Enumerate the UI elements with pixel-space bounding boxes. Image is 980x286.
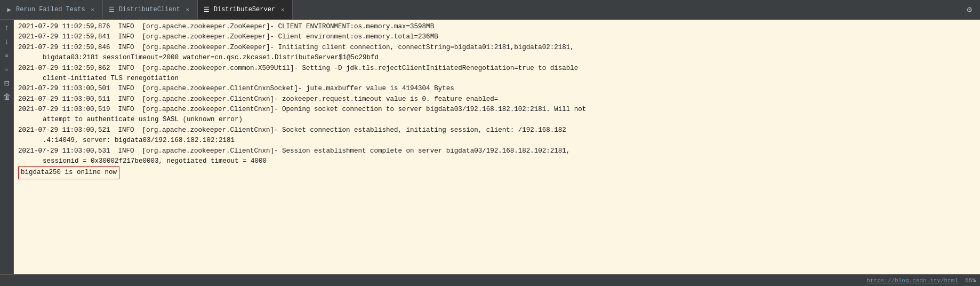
tab-rerun-failed-tests[interactable]: ▶ Rerun Failed Tests ✕ [0,0,103,19]
wrap-button[interactable]: ≡ [1,63,13,75]
log-line: 2021-07-29 11:02:59,841 INFO [org.apache… [18,32,976,42]
tab-rerun-icon: ▶ [5,6,13,13]
log-line: bigdata03:2181 sessionTimeout=2000 watch… [18,53,976,63]
log-line: 2021-07-29 11:03:00,519 INFO [org.apache… [18,105,976,115]
status-extra: 55% [965,277,976,284]
status-bar: https://blog.csdn.ity/html 55% [0,274,980,286]
log-line: 2021-07-29 11:02:59,876 INFO [org.apache… [18,22,976,32]
log-area[interactable]: 2021-07-29 11:02:59,876 INFO [org.apache… [14,20,980,274]
log-line: sessionid = 0x30002f217be0003, negotiate… [18,156,976,166]
scroll-up-button[interactable]: ↑ [1,22,13,34]
sidebar: ↑ ↓ ≡ ≡ ⊟ 🗑 [0,20,14,274]
tab-server-icon: ☰ [203,6,211,13]
print-button[interactable]: ⊟ [1,77,13,89]
tab-distribute-server[interactable]: ☰ DistributeServer ✕ [198,0,293,19]
scroll-down-button[interactable]: ↓ [1,36,13,47]
log-line: 2021-07-29 11:02:59,846 INFO [org.apache… [18,43,976,53]
settings-icon[interactable]: ⚙ [961,1,978,18]
log-line: bigdata250 is online now [18,166,976,179]
main-area: ↑ ↓ ≡ ≡ ⊟ 🗑 2021-07-29 11:02:59,876 INFO… [0,20,980,274]
tab-rerun-close[interactable]: ✕ [89,5,97,14]
tab-server-close[interactable]: ✕ [278,5,287,14]
log-line: 2021-07-29 11:03:00,511 INFO [org.apache… [18,94,976,105]
highlight-message: bigdata250 is online now [18,166,119,179]
tab-server-label: DistributeServer [214,6,275,13]
log-line: .4:14049, server: bigdata03/192.168.182.… [18,136,976,146]
status-link[interactable]: https://blog.csdn.ity/html [866,277,958,284]
log-line: 2021-07-29 11:03:00,501 INFO [org.apache… [18,84,976,94]
tab-bar: ▶ Rerun Failed Tests ✕ ☰ DistributeClien… [0,0,980,20]
log-line: attempt to authenticate using SASL (unkn… [18,115,976,125]
tab-distribute-client[interactable]: ☰ DistributeClient ✕ [103,0,198,19]
filter-button[interactable]: ≡ [1,50,13,61]
log-line: client-initiated TLS renegotiation [18,74,976,84]
tab-client-icon: ☰ [108,6,116,13]
tab-client-close[interactable]: ✕ [183,5,192,14]
log-line: 2021-07-29 11:02:59,862 INFO [org.apache… [18,63,976,74]
log-line: 2021-07-29 11:03:00,521 INFO [org.apache… [18,125,976,136]
log-line: 2021-07-29 11:03:00,531 INFO [org.apache… [18,146,976,156]
tab-client-label: DistributeClient [119,6,180,13]
tab-rerun-label: Rerun Failed Tests [16,6,85,13]
clear-button[interactable]: 🗑 [1,91,13,103]
